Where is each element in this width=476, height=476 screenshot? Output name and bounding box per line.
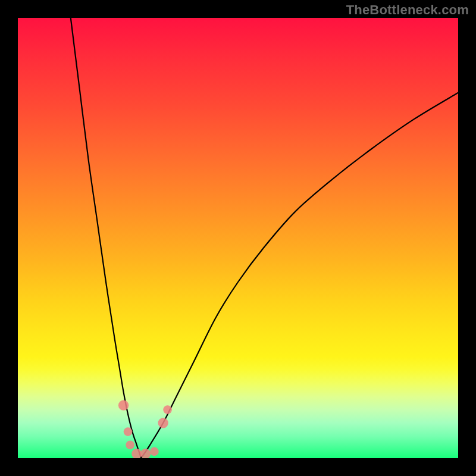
data-marker xyxy=(131,449,142,458)
curves-layer xyxy=(18,18,458,458)
data-marker xyxy=(140,449,151,458)
data-marker xyxy=(118,400,129,411)
watermark-text: TheBottleneck.com xyxy=(346,2,469,18)
plot-area xyxy=(18,18,458,458)
left-curve xyxy=(71,18,141,458)
data-marker xyxy=(126,440,134,449)
data-marker xyxy=(150,447,159,456)
data-marker xyxy=(124,427,133,436)
data-markers xyxy=(118,400,172,458)
right-curve xyxy=(141,93,458,458)
data-marker xyxy=(158,418,168,428)
data-marker xyxy=(163,405,172,414)
chart-root: TheBottleneck.com xyxy=(0,0,476,476)
